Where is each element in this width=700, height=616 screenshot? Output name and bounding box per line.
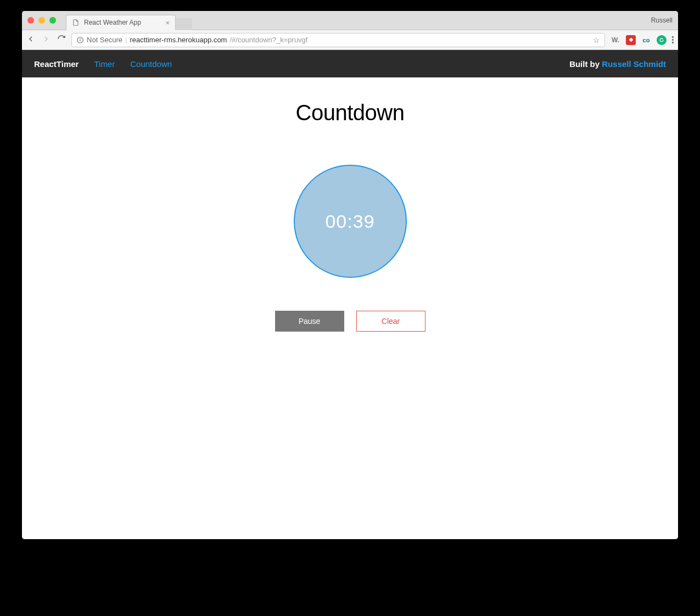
clock-face: 00:39 [294, 165, 407, 278]
builtby-author[interactable]: Russell Schmidt [602, 59, 666, 69]
grammarly-icon[interactable] [657, 35, 667, 45]
page-content: Countdown 00:39 Pause Clear [22, 77, 678, 539]
security-label: Not Secure [87, 36, 122, 44]
controls: Pause Clear [275, 311, 425, 332]
extension-red-icon[interactable]: ❖ [626, 35, 636, 45]
extension-co-icon[interactable]: co [641, 35, 651, 45]
nav-link-timer[interactable]: Timer [94, 59, 115, 69]
maximize-window-icon[interactable] [49, 17, 56, 24]
nav-buttons [26, 35, 66, 46]
extension-icons: W. ❖ co [611, 35, 674, 45]
site-info-icon[interactable] [76, 36, 84, 44]
builtby-label: Built by Russell Schmidt [569, 59, 666, 69]
browser-tab[interactable]: React Weather App × [66, 15, 176, 30]
traffic-lights [27, 17, 56, 24]
minimize-window-icon[interactable] [38, 17, 45, 24]
kebab-menu-icon[interactable] [672, 36, 674, 43]
svg-point-2 [80, 38, 81, 39]
builtby-prefix: Built by [569, 59, 602, 69]
url-host: reacttimer-rms.herokuapp.com [130, 36, 227, 44]
url-path: /#/countdown?_k=pruvgf [229, 36, 307, 44]
clear-button[interactable]: Clear [356, 311, 425, 332]
browser-toolbar: Not Secure | reacttimer-rms.herokuapp.co… [22, 30, 678, 50]
page-title: Countdown [296, 100, 405, 125]
app-navbar: ReactTimer Timer Countdown Built by Russ… [22, 50, 678, 77]
profile-name[interactable]: Russell [651, 16, 673, 24]
app-brand[interactable]: ReactTimer [34, 59, 79, 69]
window-titlebar: React Weather App × Russell [22, 11, 678, 30]
address-bar[interactable]: Not Secure | reacttimer-rms.herokuapp.co… [71, 33, 605, 47]
reload-icon[interactable] [57, 35, 66, 46]
page-icon [72, 19, 80, 26]
forward-icon[interactable] [42, 35, 51, 46]
extension-w-icon[interactable]: W. [611, 35, 620, 45]
bookmark-star-icon[interactable]: ☆ [593, 36, 600, 44]
clock-time: 00:39 [325, 211, 374, 232]
browser-window: React Weather App × Russell Not Secure |… [22, 11, 678, 539]
pause-button[interactable]: Pause [275, 311, 344, 332]
nav-link-countdown[interactable]: Countdown [130, 59, 172, 69]
addr-separator: | [125, 36, 127, 44]
tab-title: React Weather App [84, 19, 141, 26]
new-tab-button[interactable] [176, 18, 192, 30]
close-window-icon[interactable] [27, 17, 34, 24]
close-tab-icon[interactable]: × [165, 19, 170, 27]
back-icon[interactable] [26, 35, 35, 46]
